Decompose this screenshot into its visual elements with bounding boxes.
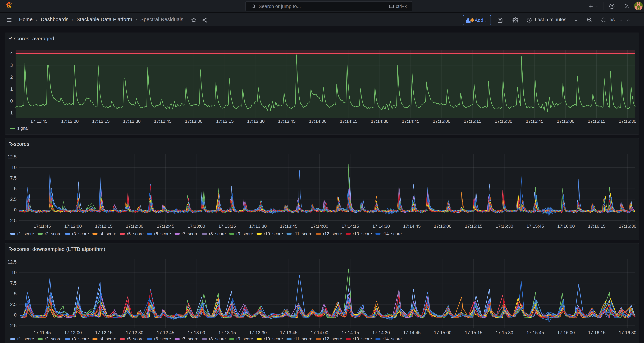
svg-text:1: 1: [10, 87, 13, 92]
svg-text:17:13:00: 17:13:00: [188, 223, 205, 229]
svg-text:17:12:15: 17:12:15: [92, 119, 110, 124]
svg-text:5: 5: [14, 291, 16, 296]
svg-text:17:14:30: 17:14:30: [372, 330, 390, 335]
svg-text:17:16:00: 17:16:00: [557, 330, 575, 335]
svg-text:0: 0: [14, 207, 16, 212]
svg-text:17:15:30: 17:15:30: [496, 330, 513, 335]
svg-text:0: 0: [10, 98, 13, 104]
svg-text:17:13:45: 17:13:45: [278, 119, 296, 124]
svg-text:17:15:00: 17:15:00: [434, 223, 451, 229]
svg-text:-2.5: -2.5: [8, 323, 16, 328]
svg-text:17:14:15: 17:14:15: [342, 223, 359, 229]
svg-text:2.5: 2.5: [10, 302, 16, 307]
svg-text:17:13:30: 17:13:30: [249, 223, 266, 229]
svg-text:17:16:30: 17:16:30: [619, 119, 636, 124]
svg-text:17:11:45: 17:11:45: [34, 330, 51, 335]
svg-text:17:15:45: 17:15:45: [526, 330, 544, 335]
svg-text:17:16:30: 17:16:30: [619, 330, 636, 335]
svg-text:7.5: 7.5: [10, 280, 16, 286]
svg-text:17:13:45: 17:13:45: [280, 223, 297, 229]
svg-text:17:12:45: 17:12:45: [157, 330, 174, 335]
svg-text:17:13:30: 17:13:30: [247, 119, 264, 124]
svg-text:17:14:45: 17:14:45: [402, 119, 419, 124]
svg-text:17:12:15: 17:12:15: [95, 223, 112, 229]
svg-text:10: 10: [12, 165, 16, 170]
svg-text:10: 10: [12, 270, 16, 275]
svg-text:4: 4: [10, 51, 13, 56]
svg-text:17:13:30: 17:13:30: [249, 330, 266, 335]
svg-text:17:15:15: 17:15:15: [464, 119, 481, 124]
svg-text:17:13:15: 17:13:15: [218, 330, 236, 335]
svg-text:17:13:45: 17:13:45: [280, 330, 297, 335]
svg-text:17:12:45: 17:12:45: [157, 223, 174, 229]
svg-text:17:12:00: 17:12:00: [64, 223, 82, 229]
svg-text:17:14:15: 17:14:15: [342, 330, 359, 335]
svg-text:17:14:15: 17:14:15: [340, 119, 357, 124]
svg-text:17:13:00: 17:13:00: [185, 119, 202, 124]
svg-text:17:13:15: 17:13:15: [216, 119, 234, 124]
svg-text:17:11:45: 17:11:45: [34, 223, 51, 229]
svg-text:2.5: 2.5: [10, 197, 16, 202]
svg-text:17:12:30: 17:12:30: [123, 119, 140, 124]
svg-text:17:16:15: 17:16:15: [588, 330, 606, 335]
svg-text:17:14:45: 17:14:45: [403, 330, 420, 335]
svg-text:17:12:45: 17:12:45: [154, 119, 172, 124]
svg-text:17:14:00: 17:14:00: [311, 223, 328, 229]
svg-text:17:15:00: 17:15:00: [434, 330, 451, 335]
svg-text:17:16:15: 17:16:15: [588, 119, 605, 124]
svg-text:17:12:15: 17:12:15: [95, 330, 112, 335]
svg-text:12.5: 12.5: [8, 259, 16, 264]
svg-text:17:13:15: 17:13:15: [218, 223, 236, 229]
svg-text:17:14:00: 17:14:00: [311, 330, 328, 335]
svg-text:5: 5: [14, 186, 16, 191]
svg-text:17:16:00: 17:16:00: [557, 119, 574, 124]
svg-text:17:14:00: 17:14:00: [309, 119, 326, 124]
svg-text:17:16:15: 17:16:15: [588, 223, 606, 229]
svg-text:17:14:30: 17:14:30: [372, 223, 390, 229]
svg-text:17:13:00: 17:13:00: [188, 330, 205, 335]
svg-text:17:12:00: 17:12:00: [61, 119, 78, 124]
svg-text:3: 3: [10, 63, 13, 68]
svg-text:12.5: 12.5: [8, 154, 16, 159]
svg-text:17:15:30: 17:15:30: [496, 223, 513, 229]
svg-text:17:16:30: 17:16:30: [619, 223, 636, 229]
svg-text:-2.5: -2.5: [8, 218, 16, 223]
svg-text:17:12:00: 17:12:00: [64, 330, 82, 335]
svg-text:17:15:45: 17:15:45: [526, 119, 543, 124]
svg-text:17:15:15: 17:15:15: [465, 330, 482, 335]
svg-text:17:15:45: 17:15:45: [526, 223, 544, 229]
svg-text:2: 2: [10, 75, 13, 80]
svg-text:17:14:30: 17:14:30: [371, 119, 388, 124]
svg-text:17:12:30: 17:12:30: [126, 330, 143, 335]
svg-text:17:15:30: 17:15:30: [495, 119, 512, 124]
svg-text:17:12:30: 17:12:30: [126, 223, 143, 229]
svg-text:0: 0: [14, 312, 16, 317]
svg-text:-1: -1: [9, 110, 13, 116]
svg-text:17:14:45: 17:14:45: [403, 223, 420, 229]
svg-text:17:11:45: 17:11:45: [30, 119, 48, 124]
svg-text:17:16:00: 17:16:00: [557, 223, 575, 229]
svg-text:17:15:15: 17:15:15: [465, 223, 482, 229]
svg-text:7.5: 7.5: [10, 175, 16, 181]
svg-text:17:15:00: 17:15:00: [433, 119, 450, 124]
